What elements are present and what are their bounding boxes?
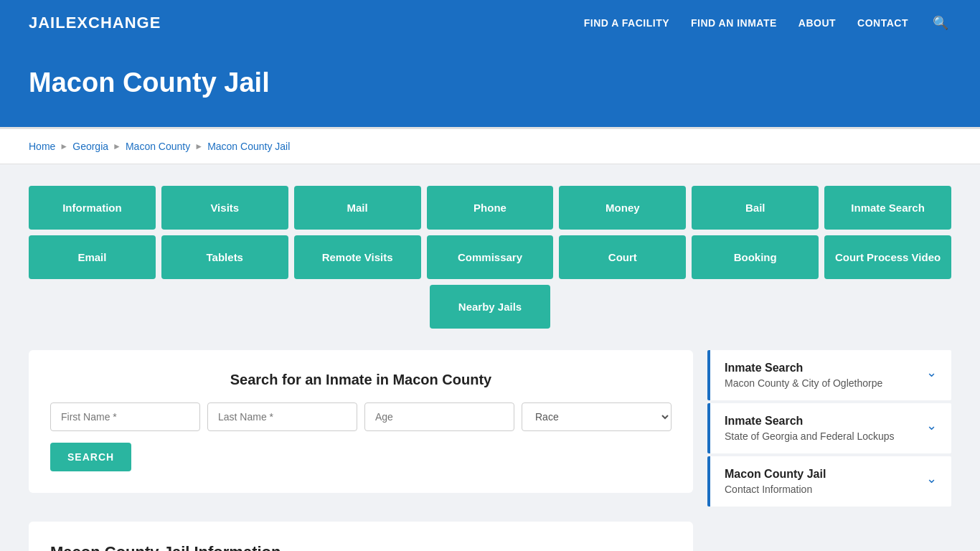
btn-booking[interactable]: Booking (692, 235, 819, 279)
page-title: Macon County Jail (29, 67, 951, 98)
btn-inmate-search[interactable]: Inmate Search (824, 186, 951, 230)
btn-information[interactable]: Information (29, 186, 156, 230)
chevron-down-icon-3: ⌄ (926, 471, 937, 486)
breadcrumb: Home ► Georgia ► Macon County ► Macon Co… (29, 141, 951, 152)
sidebar-item-text-3: Macon County Jail Contact Information (725, 468, 826, 495)
search-form-card: Search for an Inmate in Macon County Rac… (29, 350, 693, 493)
btn-nearby-jails[interactable]: Nearby Jails (430, 285, 550, 329)
sidebar-item-title-3: Macon County Jail (725, 468, 826, 481)
nav-find-facility[interactable]: FIND A FACILITY (584, 17, 669, 29)
sidebar-item-subtitle-2: State of Georgia and Federal Lockups (725, 430, 895, 442)
button-grid-row3: Nearby Jails (29, 285, 951, 329)
sidebar-item-title-2: Inmate Search (725, 415, 895, 428)
sidebar-item-inmate-search-2[interactable]: Inmate Search State of Georgia and Feder… (707, 403, 951, 453)
breadcrumb-bar: Home ► Georgia ► Macon County ► Macon Co… (0, 129, 980, 164)
search-icon-button[interactable]: 🔍 (930, 12, 951, 34)
btn-commissary[interactable]: Commissary (427, 235, 554, 279)
age-input[interactable] (364, 402, 514, 431)
sidebar-item-contact-info[interactable]: Macon County Jail Contact Information ⌄ (707, 456, 951, 507)
breadcrumb-sep-1: ► (60, 141, 68, 151)
breadcrumb-georgia[interactable]: Georgia (72, 141, 108, 152)
info-title: Macon County Jail Information (50, 543, 672, 551)
btn-court[interactable]: Court (559, 235, 686, 279)
hero-section: Macon County Jail (0, 46, 980, 127)
main-nav: FIND A FACILITY FIND AN INMATE ABOUT CON… (584, 12, 951, 34)
btn-mail[interactable]: Mail (294, 186, 421, 230)
first-name-input[interactable] (50, 402, 200, 431)
lower-section: Search for an Inmate in Macon County Rac… (29, 350, 951, 551)
btn-email[interactable]: Email (29, 235, 156, 279)
nav-about[interactable]: ABOUT (798, 17, 836, 29)
sidebar-item-text-2: Inmate Search State of Georgia and Feder… (725, 415, 895, 442)
sidebar-item-subtitle-3: Contact Information (725, 484, 826, 495)
logo-exchange: EXCHANGE (66, 14, 161, 32)
btn-court-process-video[interactable]: Court Process Video (824, 235, 951, 279)
search-title: Search for an Inmate in Macon County (50, 372, 672, 388)
chevron-down-icon-1: ⌄ (926, 364, 937, 380)
btn-money[interactable]: Money (559, 186, 686, 230)
site-logo[interactable]: JAILEXCHANGE (29, 14, 161, 32)
breadcrumb-home[interactable]: Home (29, 141, 55, 152)
search-form-row: Race White Black Hispanic Asian Other (50, 402, 672, 431)
btn-remote-visits[interactable]: Remote Visits (294, 235, 421, 279)
nav-contact[interactable]: CONTACT (857, 17, 908, 29)
site-header: JAILEXCHANGE FIND A FACILITY FIND AN INM… (0, 0, 980, 46)
breadcrumb-current: Macon County Jail (207, 141, 290, 152)
breadcrumb-sep-3: ► (194, 141, 203, 151)
nav-find-inmate[interactable]: FIND AN INMATE (691, 17, 777, 29)
race-select[interactable]: Race White Black Hispanic Asian Other (522, 402, 672, 431)
btn-visits[interactable]: Visits (161, 186, 288, 230)
main-content: Information Visits Mail Phone Money Bail… (0, 164, 980, 551)
btn-bail[interactable]: Bail (692, 186, 819, 230)
last-name-input[interactable] (207, 402, 357, 431)
sidebar-item-title-1: Inmate Search (725, 362, 882, 375)
btn-phone[interactable]: Phone (427, 186, 554, 230)
search-button[interactable]: SEARCH (50, 443, 131, 471)
sidebar-item-text-1: Inmate Search Macon County & City of Ogl… (725, 362, 882, 389)
sidebar-item-subtitle-1: Macon County & City of Oglethorpe (725, 377, 882, 389)
button-grid-row2: Email Tablets Remote Visits Commissary C… (29, 235, 951, 279)
btn-tablets[interactable]: Tablets (161, 235, 288, 279)
button-grid-row1: Information Visits Mail Phone Money Bail… (29, 186, 951, 230)
breadcrumb-macon-county[interactable]: Macon County (126, 141, 190, 152)
logo-jail: JAIL (29, 14, 66, 32)
sidebar-item-inmate-search-1[interactable]: Inmate Search Macon County & City of Ogl… (707, 350, 951, 400)
info-section-card: Macon County Jail Information (29, 522, 693, 551)
sidebar: Inmate Search Macon County & City of Ogl… (707, 350, 951, 551)
chevron-down-icon-2: ⌄ (926, 418, 937, 433)
breadcrumb-sep-2: ► (113, 141, 121, 151)
